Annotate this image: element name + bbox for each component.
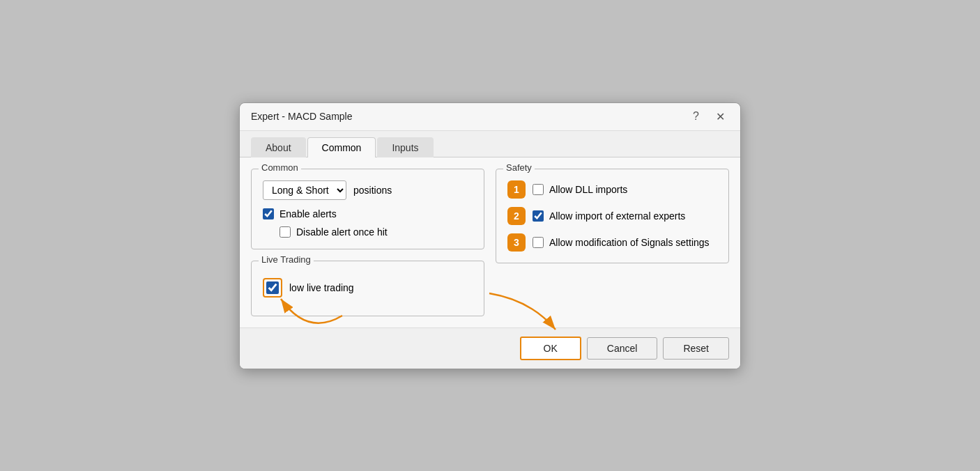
disable-alert-row: Disable alert once hit (263, 226, 473, 238)
title-bar: Expert - MACD Sample ? ✕ (240, 103, 740, 131)
safety-label-1: Allow DLL imports (533, 184, 627, 195)
content-area: Common Long & Short Long only Short only… (240, 157, 740, 327)
tab-bar: About Common Inputs (240, 131, 740, 157)
position-row: Long & Short Long only Short only positi… (263, 180, 473, 200)
left-panel: Common Long & Short Long only Short only… (251, 169, 484, 316)
safety-item-3: 3 Allow modification of Signals settings (507, 233, 717, 252)
reset-button[interactable]: Reset (663, 337, 729, 360)
close-button[interactable]: ✕ (712, 109, 729, 125)
window-title: Expert - MACD Sample (251, 111, 352, 122)
disable-alert-label: Disable alert once hit (296, 226, 388, 238)
tab-about[interactable]: About (251, 137, 306, 157)
position-dropdown[interactable]: Long & Short Long only Short only (263, 180, 346, 200)
allow-live-trading-row: low live trading (263, 278, 473, 298)
safety-item-1: 1 Allow DLL imports (507, 180, 717, 199)
badge-2: 2 (507, 207, 526, 225)
tab-common[interactable]: Common (307, 137, 376, 157)
common-group: Common Long & Short Long only Short only… (251, 169, 484, 249)
footer: OK Cancel Reset (240, 327, 740, 369)
main-window: Expert - MACD Sample ? ✕ About Common In… (239, 102, 741, 369)
safety-group-title: Safety (503, 162, 535, 173)
allow-live-checkbox-wrapper (263, 278, 282, 298)
badge-3: 3 (507, 233, 526, 252)
enable-alerts-label: Enable alerts (280, 208, 337, 219)
safety-item-2: 2 Allow import of external experts (507, 207, 717, 225)
live-trading-group: Live Trading low live trading (251, 261, 484, 316)
ok-button[interactable]: OK (520, 337, 581, 360)
allow-signals-checkbox[interactable] (533, 237, 544, 248)
allow-dll-checkbox[interactable] (533, 184, 544, 195)
right-panel: Safety 1 Allow DLL imports 2 (496, 169, 729, 316)
safety-label-3: Allow modification of Signals settings (533, 237, 710, 248)
allow-external-experts-checkbox[interactable] (533, 210, 544, 222)
disable-alert-checkbox[interactable] (280, 226, 291, 238)
enable-alerts-row: Enable alerts (263, 208, 473, 219)
allow-live-trading-checkbox[interactable] (266, 281, 279, 294)
live-trading-group-title: Live Trading (259, 254, 314, 265)
allow-live-trading-label: low live trading (289, 282, 354, 293)
safety-label-2: Allow import of external experts (533, 210, 685, 222)
badge-1: 1 (507, 180, 526, 199)
safety-group: Safety 1 Allow DLL imports 2 (496, 169, 729, 263)
cancel-button[interactable]: Cancel (587, 337, 658, 360)
tab-inputs[interactable]: Inputs (377, 137, 433, 157)
help-button[interactable]: ? (689, 109, 703, 124)
positions-label: positions (353, 185, 392, 196)
title-bar-controls: ? ✕ (689, 109, 729, 125)
enable-alerts-checkbox[interactable] (263, 208, 274, 219)
common-group-title: Common (259, 162, 301, 173)
